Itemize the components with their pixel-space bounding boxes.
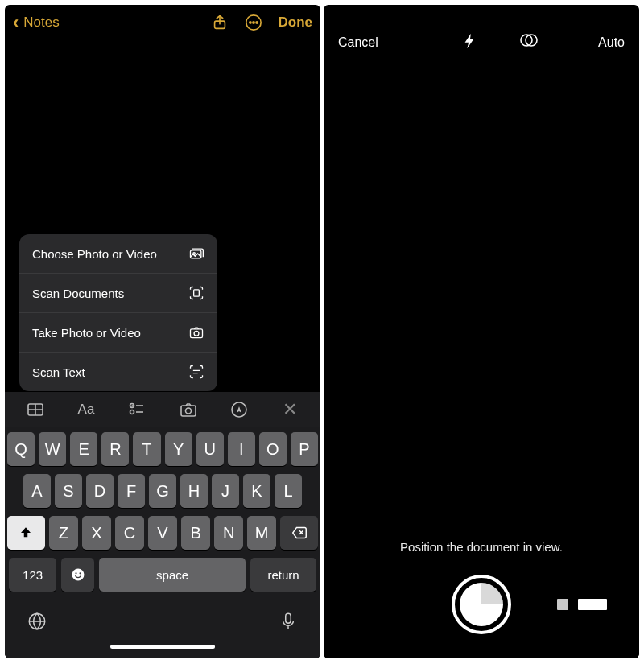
key-g[interactable]: G [149, 474, 176, 508]
key-e[interactable]: E [70, 432, 97, 466]
svg-rect-13 [181, 406, 196, 416]
key-x[interactable]: X [82, 516, 111, 550]
share-icon[interactable] [211, 14, 229, 31]
key-v[interactable]: V [148, 516, 177, 550]
key-n[interactable]: N [214, 516, 243, 550]
shutter-button[interactable] [452, 575, 511, 634]
camera-icon [188, 324, 204, 340]
svg-rect-8 [191, 329, 203, 338]
emoji-icon [70, 567, 86, 583]
svg-point-16 [72, 569, 84, 581]
key-y[interactable]: Y [165, 432, 192, 466]
shift-icon [19, 526, 33, 540]
key-s[interactable]: S [55, 474, 82, 508]
key-emoji[interactable] [61, 558, 94, 592]
more-icon[interactable] [245, 14, 262, 31]
svg-rect-20 [286, 613, 291, 623]
scan-text-icon [188, 364, 204, 380]
close-toolbar-icon[interactable]: ✕ [276, 396, 303, 423]
cancel-button[interactable]: Cancel [338, 35, 378, 50]
key-space[interactable]: space [99, 558, 246, 592]
scan-document-icon [188, 285, 204, 301]
svg-point-14 [185, 408, 191, 414]
svg-point-9 [194, 331, 199, 336]
thumbnail-placeholder[interactable] [557, 599, 568, 610]
scanner-viewport: Position the document in view. [324, 63, 639, 658]
scanner-caption: Position the document in view. [324, 540, 639, 554]
capture-mode-button[interactable]: Auto [598, 35, 625, 50]
popup-label: Scan Documents [32, 287, 124, 300]
table-icon[interactable] [22, 396, 49, 423]
camera-actions-popup: Choose Photo or Video Scan Documents Tak… [19, 234, 217, 391]
notes-app-screen: ‹ Notes Done Choose Photo or Video Sc [5, 5, 320, 658]
key-c[interactable]: C [115, 516, 144, 550]
popup-scan-text[interactable]: Scan Text [19, 353, 217, 391]
svg-point-17 [75, 572, 76, 574]
back-button[interactable]: ‹ Notes [13, 12, 60, 33]
key-backspace[interactable] [280, 516, 318, 550]
popup-take-photo[interactable]: Take Photo or Video [19, 313, 217, 353]
scanner-screen: Cancel Auto Position the document in vie… [324, 5, 639, 658]
done-button[interactable]: Done [279, 14, 313, 31]
svg-point-12 [130, 410, 134, 414]
save-button-placeholder[interactable] [578, 599, 607, 610]
key-p[interactable]: P [291, 432, 318, 466]
key-numeric[interactable]: 123 [9, 558, 56, 592]
popup-label: Scan Text [32, 365, 85, 379]
backspace-icon [291, 524, 308, 542]
key-o[interactable]: O [259, 432, 287, 466]
key-i[interactable]: I [228, 432, 255, 466]
svg-point-2 [249, 22, 250, 23]
key-t[interactable]: T [133, 432, 160, 466]
key-m[interactable]: M [247, 516, 276, 550]
chevron-left-icon: ‹ [13, 12, 19, 33]
key-z[interactable]: Z [49, 516, 78, 550]
svg-rect-5 [191, 250, 201, 258]
dictation-icon[interactable] [278, 611, 299, 635]
markup-icon[interactable] [225, 396, 253, 423]
key-k[interactable]: K [243, 474, 270, 508]
svg-point-4 [256, 22, 258, 23]
globe-icon[interactable] [27, 611, 47, 635]
scanner-header: Cancel Auto [324, 5, 639, 63]
svg-point-18 [79, 572, 80, 574]
notes-header: ‹ Notes Done [5, 5, 320, 40]
popup-label: Take Photo or Video [32, 326, 141, 340]
key-d[interactable]: D [86, 474, 114, 508]
key-u[interactable]: U [196, 432, 224, 466]
key-return[interactable]: return [250, 558, 316, 592]
key-l[interactable]: L [275, 474, 302, 508]
keyboard: Q W E R T Y U I O P A S D F G H J K L [5, 427, 320, 658]
svg-rect-7 [194, 290, 200, 296]
key-shift[interactable] [7, 516, 45, 550]
text-format-button[interactable]: Aa [72, 396, 100, 423]
popup-scan-documents[interactable]: Scan Documents [19, 274, 217, 313]
camera-toolbar-icon[interactable] [175, 396, 202, 423]
filter-icon[interactable] [519, 31, 539, 55]
key-h[interactable]: H [180, 474, 208, 508]
flash-icon[interactable] [461, 31, 479, 55]
key-b[interactable]: B [181, 516, 210, 550]
popup-choose-photo[interactable]: Choose Photo or Video [19, 234, 217, 274]
back-label: Notes [23, 14, 59, 31]
key-w[interactable]: W [39, 432, 66, 466]
photo-library-icon [188, 245, 204, 262]
notes-format-toolbar: Aa ✕ [5, 392, 320, 427]
key-r[interactable]: R [101, 432, 129, 466]
key-a[interactable]: A [23, 474, 51, 508]
popup-label: Choose Photo or Video [32, 247, 157, 261]
key-f[interactable]: F [118, 474, 145, 508]
svg-point-3 [252, 22, 254, 23]
key-j[interactable]: J [212, 474, 239, 508]
key-q[interactable]: Q [7, 432, 35, 466]
checklist-icon[interactable] [123, 396, 151, 423]
home-indicator[interactable] [110, 645, 215, 649]
